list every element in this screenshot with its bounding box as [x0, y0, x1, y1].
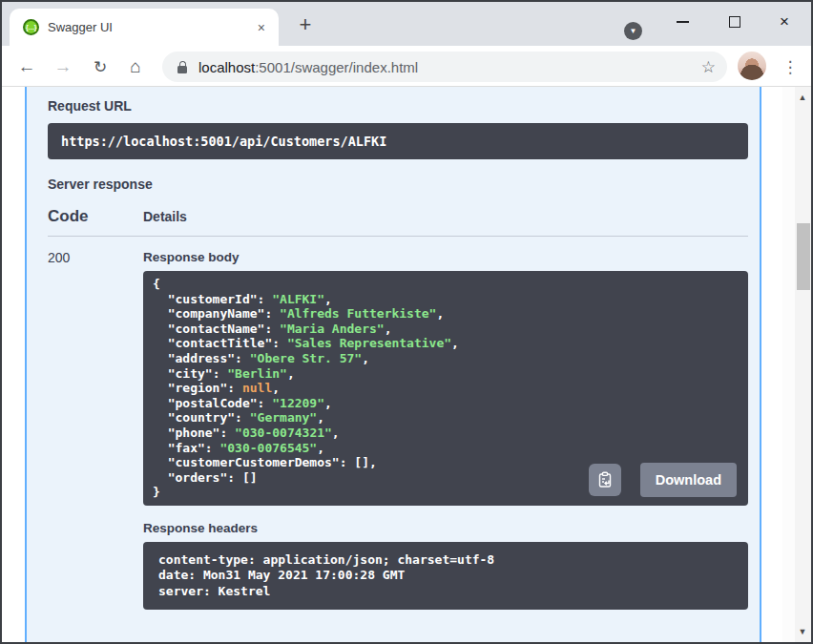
browser-toolbar: ← → ↻ ⌂ localhost :5001/swagger/index.ht… — [2, 46, 811, 87]
bookmark-star-icon[interactable]: ☆ — [694, 57, 716, 77]
request-url-label: Request URL — [48, 98, 748, 114]
tab-search-button[interactable]: ▼ — [624, 22, 642, 40]
table-divider — [48, 236, 748, 237]
request-url-bar: https://localhost:5001/api/Customers/ALF… — [48, 123, 748, 159]
back-icon[interactable]: ← — [13, 53, 40, 80]
minimize-icon — [677, 21, 689, 23]
response-body-label: Response body — [143, 250, 748, 264]
address-bar[interactable]: localhost :5001/swagger/index.html ☆ — [162, 52, 727, 82]
home-icon[interactable]: ⌂ — [122, 53, 149, 80]
browser-window: {…} Swagger UI × + ▼ × ← → ↻ ⌂ localhost… — [0, 0, 813, 644]
copy-to-clipboard-button[interactable] — [589, 464, 621, 496]
tab-close-icon[interactable]: × — [254, 20, 269, 35]
new-tab-button[interactable]: + — [291, 11, 320, 40]
maximize-icon — [729, 16, 740, 28]
url-host: localhost — [198, 59, 255, 75]
swagger-operation-panel: Request URL https://localhost:5001/api/C… — [25, 87, 761, 642]
tab-strip: {…} Swagger UI × + ▼ × — [2, 2, 811, 46]
minimize-button[interactable] — [663, 2, 701, 42]
scrollbar: ▲ ▼ — [782, 87, 811, 642]
scrollbar-thumb[interactable] — [797, 223, 810, 290]
maximize-button[interactable] — [716, 2, 754, 42]
chevron-down-icon: ▼ — [630, 28, 637, 35]
details-column-header: Details — [143, 209, 187, 224]
code-column-header: Code — [48, 207, 143, 226]
profile-avatar[interactable] — [738, 52, 766, 80]
status-code: 200 — [48, 250, 143, 610]
response-row: 200 Response body { "customerId": "ALFKI… — [48, 250, 748, 610]
window-close-button[interactable]: × — [765, 2, 803, 42]
tab-title: Swagger UI — [48, 20, 254, 34]
request-url-value: https://localhost:5001/api/Customers/ALF… — [61, 134, 386, 149]
response-headers-block: content-type: application/json; charset=… — [143, 542, 748, 611]
response-headers-label: Response headers — [143, 521, 748, 535]
lock-icon — [177, 61, 187, 73]
response-body-block: { "customerId": "ALFKI", "companyName": … — [143, 271, 748, 506]
browser-tab[interactable]: {…} Swagger UI × — [10, 9, 279, 46]
clipboard-icon — [596, 471, 614, 488]
page-viewport: Request URL https://localhost:5001/api/C… — [2, 87, 811, 642]
download-button[interactable]: Download — [640, 463, 737, 497]
response-table-header: Code Details — [48, 207, 748, 226]
swagger-logo-icon: {…} — [23, 19, 39, 35]
scroll-up-icon[interactable]: ▲ — [796, 93, 809, 102]
url-path: :5001/swagger/index.html — [255, 59, 694, 75]
scrollbar-track[interactable] — [795, 87, 811, 642]
server-response-label: Server response — [48, 177, 748, 192]
forward-icon[interactable]: → — [50, 53, 76, 80]
refresh-icon[interactable]: ↻ — [87, 53, 114, 80]
scroll-down-icon[interactable]: ▼ — [796, 627, 809, 636]
browser-menu-icon[interactable]: ⋮ — [777, 53, 803, 80]
